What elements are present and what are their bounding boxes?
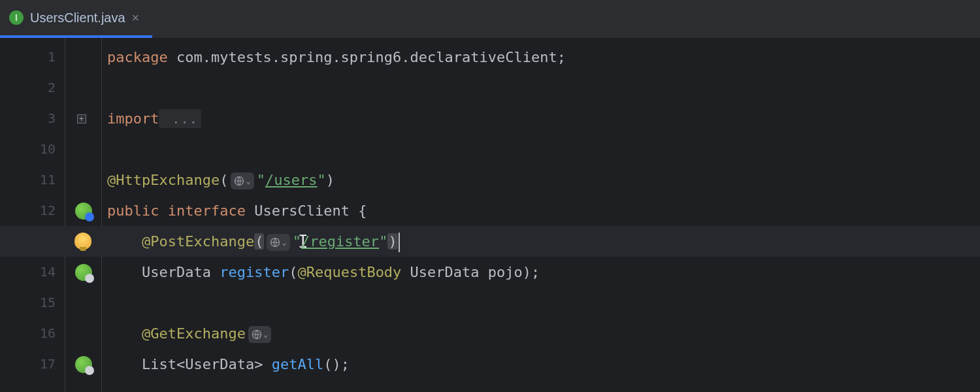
code-line[interactable]: import ...: [107, 103, 980, 134]
tab-usersclient[interactable]: I UsersClient.java ×: [0, 0, 152, 38]
line-number[interactable]: 14: [0, 257, 65, 287]
line-number[interactable]: 15: [0, 287, 65, 318]
http-endpoint-icon[interactable]: ⌄: [248, 326, 271, 343]
line-number[interactable]: 12: [0, 195, 65, 226]
http-endpoint-icon[interactable]: ⌄: [267, 234, 289, 251]
line-number[interactable]: 17: [0, 349, 65, 380]
code-editor[interactable]: 1 2 3 10 11 12 13 14 15 16 17 + I packag…: [0, 38, 980, 392]
line-number[interactable]: 1: [0, 42, 65, 73]
caret: [399, 233, 400, 252]
close-icon[interactable]: ×: [132, 11, 140, 24]
code-line[interactable]: [107, 134, 980, 165]
http-endpoint-icon[interactable]: ⌄: [231, 172, 253, 189]
line-number[interactable]: 11: [0, 165, 65, 195]
line-number[interactable]: 3: [0, 103, 65, 134]
code-line[interactable]: package com.mytests.spring.spring6.decla…: [107, 42, 980, 73]
code-line[interactable]: [107, 287, 980, 318]
line-number[interactable]: 2: [0, 73, 65, 103]
interface-icon: I: [9, 10, 24, 25]
spring-icon[interactable]: [65, 257, 101, 287]
code-line[interactable]: @GetExchange⌄: [107, 318, 980, 349]
code-line[interactable]: @HttpExchange(⌄"/users"): [107, 165, 980, 195]
code-line[interactable]: public interface UsersClient {: [107, 195, 980, 226]
spring-icon[interactable]: [65, 195, 101, 226]
editor-tab-bar: I UsersClient.java ×: [0, 0, 980, 38]
code-line[interactable]: List<UserData> getAll();: [107, 349, 980, 380]
line-number[interactable]: 10: [0, 134, 65, 165]
spring-icon[interactable]: [65, 349, 101, 380]
gutter-icons: +: [65, 38, 102, 392]
fold-toggle[interactable]: +: [65, 103, 101, 134]
code-line[interactable]: [107, 73, 980, 103]
gutter-line-numbers: 1 2 3 10 11 12 13 14 15 16 17: [0, 38, 65, 392]
code-line[interactable]: @PostExchange(⌄"/register"): [107, 226, 980, 257]
code-line[interactable]: UserData register(@RequestBody UserData …: [107, 257, 980, 287]
code-area[interactable]: I package com.mytests.spring.spring6.dec…: [102, 38, 980, 392]
line-number[interactable]: 16: [0, 318, 65, 349]
intention-bulb-icon[interactable]: [74, 233, 91, 250]
tab-filename: UsersClient.java: [30, 10, 125, 25]
